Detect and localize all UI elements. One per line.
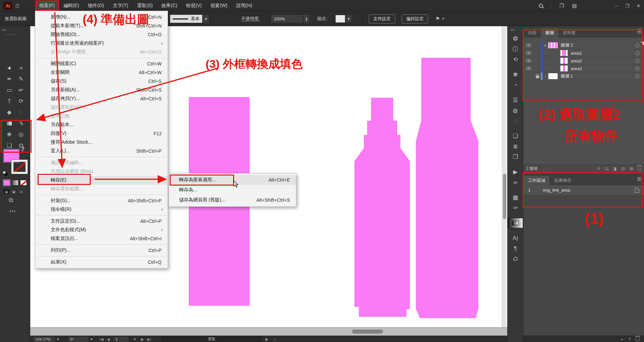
menu-item-browse-bridge[interactable]: 在 Bridge 中瀏覽... Alt+Ctrl+O bbox=[35, 48, 168, 56]
rotation-dropdown-chevron[interactable]: ▼ bbox=[89, 338, 94, 341]
menu-item-scripts[interactable]: 指令檔(R) bbox=[35, 205, 168, 214]
menu-item-export-for-screens[interactable]: 轉存為螢幕適用... Alt+Ctrl+E bbox=[169, 175, 296, 185]
menu-item-place[interactable]: 置入(L)... Shift+Ctrl+P bbox=[35, 147, 168, 155]
symbolism-tool[interactable]: ❀ bbox=[3, 129, 15, 140]
menu-select[interactable]: 選取(S) bbox=[133, 0, 157, 11]
artboard-name[interactable]: img_link_area bbox=[543, 188, 570, 193]
rectangle-tool[interactable]: ▭ bbox=[3, 85, 15, 96]
collect-export-icon[interactable]: ↗ bbox=[596, 166, 600, 171]
eyedropper-tool[interactable]: ✐ bbox=[14, 116, 28, 130]
menu-item-package[interactable]: 封裝(G)... Alt+Shift+Ctrl+P bbox=[35, 196, 168, 205]
history-icon[interactable]: ⟲ bbox=[508, 54, 523, 65]
opacity-stepper[interactable]: ❯ bbox=[303, 14, 310, 23]
artboard-number-field[interactable]: 1 bbox=[113, 336, 129, 342]
menu-item-invite-edit[interactable]: 邀請參與編輯... bbox=[35, 158, 168, 167]
layer-row-area2[interactable]: area2 bbox=[523, 57, 644, 65]
opacity-label[interactable]: 不透明度: bbox=[241, 11, 260, 26]
links-icon[interactable]: ∞ bbox=[508, 177, 523, 188]
appearance-icon[interactable]: ◌ bbox=[508, 116, 523, 126]
color-guide-icon[interactable]: ◔ bbox=[508, 80, 523, 90]
menu-item-save-copy[interactable]: 儲存拷貝(Y)... Alt+Ctrl+S bbox=[35, 94, 168, 103]
menu-view[interactable]: 檢視(V) bbox=[182, 0, 206, 11]
expand-panels-icon[interactable]: »» bbox=[637, 27, 641, 31]
layer-thumbnail[interactable] bbox=[560, 57, 568, 64]
default-fill-stroke-icon[interactable] bbox=[3, 171, 8, 176]
menu-edit[interactable]: 編輯(E) bbox=[59, 0, 84, 11]
close-button[interactable]: ✕ bbox=[633, 1, 644, 10]
draw-normal-button[interactable]: ▣ bbox=[3, 189, 9, 194]
prev-artboard-icon[interactable]: ◀ bbox=[107, 337, 110, 342]
chevron-down-icon[interactable]: ∨ bbox=[543, 43, 548, 48]
pen-tool[interactable]: ✒ bbox=[3, 74, 15, 85]
screen-mode-icon[interactable]: ⧉ bbox=[9, 197, 13, 204]
vertical-scrollbar-track[interactable] bbox=[502, 26, 507, 327]
rotation-field[interactable]: 0° bbox=[68, 336, 89, 342]
move-down-icon[interactable]: ▼ bbox=[628, 337, 631, 341]
artboard-row[interactable]: 1 img_link_area bbox=[523, 185, 644, 195]
new-sublayer-icon[interactable]: ⊟ bbox=[621, 166, 625, 171]
menu-window[interactable]: 視窗(W) bbox=[206, 0, 232, 11]
rudder-icon[interactable]: ❂ bbox=[508, 34, 523, 44]
opacity-input[interactable]: 100% bbox=[271, 14, 303, 23]
collapse-dock-icon[interactable]: «« bbox=[510, 28, 514, 32]
tab-artboards[interactable]: 工作區域 bbox=[523, 176, 550, 185]
align-icon[interactable]: ≣ bbox=[508, 141, 523, 152]
visibility-toggle[interactable] bbox=[523, 51, 533, 55]
illustrator-logo[interactable]: Ai bbox=[3, 2, 12, 10]
menu-item-print[interactable]: 列印(P)... Ctrl+P bbox=[35, 246, 168, 255]
menu-item-open-recent[interactable]: 打開最近使用過的檔案(F) bbox=[35, 39, 168, 48]
target-circle-icon[interactable] bbox=[636, 59, 639, 63]
preferences-button[interactable]: 偏好設定 bbox=[402, 14, 428, 23]
layer-name[interactable]: 圖層 2 bbox=[561, 42, 573, 48]
minimize-button[interactable]: – bbox=[611, 1, 622, 10]
brush-dropdown-chevron[interactable]: ▼ bbox=[203, 14, 209, 23]
type-tool[interactable]: T bbox=[3, 96, 15, 107]
layer-thumbnail[interactable] bbox=[548, 42, 558, 49]
style-swatch[interactable] bbox=[335, 15, 345, 23]
menu-item-save-slices[interactable]: 儲存選取的切片... bbox=[35, 103, 168, 112]
vertical-scrollbar[interactable] bbox=[503, 174, 506, 219]
tab-asset-export[interactable]: 資產轉存 bbox=[550, 176, 576, 185]
brushes-icon[interactable]: ✑ bbox=[508, 203, 523, 213]
menu-item-revert[interactable]: 回復(V) F12 bbox=[35, 129, 168, 138]
layer-name[interactable]: area2 bbox=[571, 58, 582, 63]
opentype-icon[interactable]: O bbox=[508, 254, 523, 264]
color-icon[interactable]: ✾ bbox=[508, 69, 523, 80]
menu-help[interactable]: 說明(H) bbox=[232, 0, 256, 11]
stroke-color-swatch[interactable] bbox=[11, 160, 28, 174]
menu-item-new[interactable]: 新增(N)... Ctrl+N bbox=[35, 13, 168, 21]
layer-thumbnail[interactable] bbox=[548, 73, 558, 80]
zoom-level-field[interactable]: 104.17% bbox=[33, 336, 55, 342]
gradient-icon[interactable] bbox=[508, 218, 523, 228]
status-play-icon[interactable]: ▶ bbox=[265, 336, 268, 342]
visibility-toggle[interactable] bbox=[523, 59, 533, 62]
artwork-bottle-area2[interactable] bbox=[354, 98, 410, 317]
arrange-documents-icon[interactable]: ▤ bbox=[572, 3, 577, 9]
transparency-icon[interactable]: ◍ bbox=[508, 105, 523, 116]
menu-effect[interactable]: 效果(C) bbox=[157, 0, 181, 11]
search-icon[interactable] bbox=[605, 167, 608, 170]
new-layer-icon[interactable]: ⊞ bbox=[630, 166, 633, 171]
tab-layers[interactable]: 圖層 bbox=[541, 28, 558, 38]
workspace-icon[interactable]: ❒ bbox=[559, 3, 564, 9]
move-up-icon[interactable]: ▲ bbox=[620, 337, 624, 341]
swatches-icon[interactable]: ▦ bbox=[508, 192, 523, 203]
zoom-dropdown-chevron[interactable]: ▼ bbox=[55, 338, 61, 341]
layer-row-layer2[interactable]: ∨ 圖層 2 bbox=[523, 42, 644, 49]
visibility-toggle[interactable] bbox=[523, 67, 533, 70]
menu-item-save-as[interactable]: 另存新檔(A)... Shift+Ctrl+S bbox=[35, 86, 168, 94]
panel-menu-icon[interactable]: ☰ bbox=[637, 177, 641, 182]
menu-type[interactable]: 文字(T) bbox=[109, 0, 133, 11]
menu-item-save-template[interactable]: 另存範本... bbox=[35, 120, 168, 129]
layer-row-layer1[interactable]: › 圖層 1 bbox=[523, 72, 644, 80]
tab-libraries[interactable]: 資料庫 bbox=[558, 28, 580, 38]
layer-name[interactable]: 圖層 1 bbox=[561, 73, 573, 79]
menu-file[interactable]: 檔案(F) bbox=[35, 0, 59, 11]
lock-toggle[interactable] bbox=[533, 74, 541, 78]
draw-inside-button[interactable]: ▣ bbox=[18, 189, 24, 194]
gradient-tool[interactable] bbox=[3, 118, 15, 129]
search-icon[interactable] bbox=[539, 4, 543, 8]
target-circle-icon[interactable] bbox=[636, 51, 639, 55]
character-icon[interactable]: A| bbox=[508, 233, 523, 243]
paintbrush-tool[interactable]: ✏ bbox=[14, 83, 28, 97]
